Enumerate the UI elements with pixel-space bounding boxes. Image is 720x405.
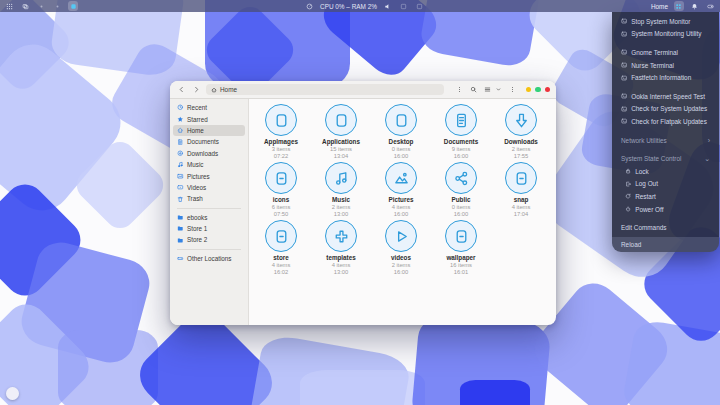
menu-item-label: Check for Flatpak Updates bbox=[631, 118, 707, 125]
sidebar-item-other-locations[interactable]: Other Locations bbox=[173, 253, 245, 264]
menu-item-label: Log Out bbox=[635, 180, 658, 187]
folder-item-templates[interactable]: templates4 items13:00 bbox=[312, 220, 370, 278]
sidebar-item-pictures[interactable]: Pictures bbox=[173, 170, 245, 181]
menu-item-label: Check for System Updates bbox=[631, 105, 707, 112]
sidebar-item-music[interactable]: Music bbox=[173, 159, 245, 170]
taskbar-dot-icon[interactable] bbox=[52, 1, 62, 11]
menu-item-lock[interactable]: Lock bbox=[612, 165, 719, 178]
sidebar: RecentStarredHomeDocumentsDownloadsMusic… bbox=[170, 99, 249, 325]
folder-item-applications[interactable]: Applications15 items13:04 bbox=[312, 104, 370, 162]
folder-item-public[interactable]: Public0 items16:00 bbox=[432, 162, 490, 220]
panel-center[interactable]: CPU 0% – RAM 2% bbox=[304, 1, 425, 11]
menu-item-nurse-terminal[interactable]: Nurse Terminal bbox=[612, 59, 719, 72]
minimize-button[interactable] bbox=[526, 87, 532, 93]
sidebar-item-recent[interactable]: Recent bbox=[173, 102, 245, 113]
folder-item-appimages[interactable]: AppImages3 items07:22 bbox=[252, 104, 310, 162]
desktop-widget-circle[interactable] bbox=[6, 387, 19, 400]
apps-grid-icon[interactable] bbox=[4, 1, 14, 11]
menu-item-log-out[interactable]: Log Out bbox=[612, 178, 719, 191]
folder-mtime: 16:00 bbox=[392, 153, 411, 160]
menu-item-check-for-system-updates[interactable]: Check for System Updates bbox=[612, 103, 719, 116]
submenu-arrow-icon: ⌄ bbox=[704, 155, 710, 162]
terminal-icon bbox=[621, 31, 627, 37]
sidebar-item-label: Starred bbox=[187, 116, 208, 123]
quick-settings-icon[interactable] bbox=[706, 1, 716, 11]
sidebar-item-videos[interactable]: Videos bbox=[173, 182, 245, 193]
sidebar-item-label: Videos bbox=[187, 184, 206, 191]
terminal-icon bbox=[621, 118, 627, 124]
folder-item-pictures[interactable]: Pictures4 items16:00 bbox=[372, 162, 430, 220]
view-toggle-button[interactable] bbox=[482, 84, 504, 95]
menu-item-gnome-terminal[interactable]: Gnome Terminal bbox=[612, 46, 719, 59]
bell-icon[interactable] bbox=[690, 1, 700, 11]
menu-item-reload[interactable]: Reload bbox=[612, 237, 719, 252]
star-icon bbox=[177, 116, 184, 123]
folder-name: Applications bbox=[322, 138, 360, 146]
folder-item-wallpaper[interactable]: wallpaper16 items16:01 bbox=[432, 220, 490, 278]
folder-icon bbox=[265, 162, 297, 194]
speaker-icon[interactable] bbox=[383, 1, 393, 11]
sidebar-item-downloads[interactable]: Downloads bbox=[173, 148, 245, 159]
menu-item-stop-system-monitor[interactable]: Stop System Monitor bbox=[612, 15, 719, 28]
menu-item-system-monitoring-utility[interactable]: System Monitoring Utility bbox=[612, 28, 719, 41]
folder-item-music[interactable]: Music2 items13:00 bbox=[312, 162, 370, 220]
folder-item-store[interactable]: store4 items16:02 bbox=[252, 220, 310, 278]
sidebar-item-store-2[interactable]: Store 2 bbox=[173, 234, 245, 245]
search-icon[interactable] bbox=[468, 84, 479, 95]
menu-item-edit-commands[interactable]: Edit Commands bbox=[612, 221, 719, 234]
path-bar[interactable]: Home bbox=[206, 84, 444, 95]
command-dropdown-menu: Stop System MonitorSystem Monitoring Uti… bbox=[612, 12, 719, 252]
menu-grid-icon[interactable] bbox=[674, 1, 684, 11]
sidebar-item-home[interactable]: Home bbox=[173, 125, 245, 136]
sidebar-item-starred[interactable]: Starred bbox=[173, 113, 245, 124]
windows-stack-icon[interactable] bbox=[20, 1, 30, 11]
sidebar-item-label: Store 2 bbox=[187, 236, 207, 243]
folder-item-count: 0 items bbox=[392, 146, 411, 153]
folder-item-downloads[interactable]: Downloads2 items17:55 bbox=[492, 104, 550, 162]
sidebar-item-trash[interactable]: Trash bbox=[173, 193, 245, 204]
forward-button[interactable] bbox=[191, 84, 202, 95]
window-body: RecentStarredHomeDocumentsDownloadsMusic… bbox=[170, 99, 556, 325]
menu-item-system-state-control[interactable]: System State Control⌄ bbox=[612, 152, 719, 165]
menu-item-check-for-flatpak-updates[interactable]: Check for Flatpak Updates bbox=[612, 115, 719, 128]
back-button[interactable] bbox=[176, 84, 187, 95]
top-panel: CPU 0% – RAM 2% Home bbox=[0, 0, 720, 12]
main-menu-kebab-icon[interactable] bbox=[507, 84, 518, 95]
folder-item-documents[interactable]: Documents9 items16:00 bbox=[432, 104, 490, 162]
menu-item-restart[interactable]: Restart bbox=[612, 190, 719, 203]
folder-item-snap[interactable]: snap4 items17:04 bbox=[492, 162, 550, 220]
files-window: Home RecentStarredHomeDocumentsDownloads… bbox=[170, 81, 556, 325]
folder-meta: 6 items07:50 bbox=[272, 204, 291, 218]
sidebar-separator bbox=[177, 208, 241, 209]
folder-item-desktop[interactable]: Desktop0 items16:00 bbox=[372, 104, 430, 162]
folder-meta: 15 items13:04 bbox=[330, 146, 352, 160]
sidebar-item-documents[interactable]: Documents bbox=[173, 136, 245, 147]
window-controls bbox=[526, 87, 551, 93]
folder-icon bbox=[385, 220, 417, 252]
close-button[interactable] bbox=[545, 87, 551, 93]
menu-item-fastfetch-information[interactable]: Fastfetch Information bbox=[612, 71, 719, 84]
home-icon bbox=[211, 87, 217, 93]
maximize-button[interactable] bbox=[535, 87, 541, 93]
taskbar-dot-icon[interactable] bbox=[36, 1, 46, 11]
menu-item-ookla-internet-speed-test[interactable]: Ookla Internet Speed Test bbox=[612, 90, 719, 103]
folder-name: Music bbox=[332, 196, 350, 204]
tray-app-icon[interactable] bbox=[399, 1, 409, 11]
folder-mtime: 17:55 bbox=[512, 153, 531, 160]
sidebar-item-store-1[interactable]: Store 1 bbox=[173, 223, 245, 234]
folder-icon bbox=[177, 237, 184, 244]
menu-item-network-utilities[interactable]: Network Utilities› bbox=[612, 134, 719, 147]
folder-meta: 16 items16:01 bbox=[450, 262, 472, 276]
lock-icon bbox=[625, 168, 631, 174]
menu-item-power-off[interactable]: Power Off bbox=[612, 203, 719, 216]
folder-item-icons[interactable]: icons6 items07:50 bbox=[252, 162, 310, 220]
sidebar-item-label: Store 1 bbox=[187, 225, 207, 232]
files-app-icon[interactable] bbox=[68, 1, 78, 11]
tray-app-icon[interactable] bbox=[415, 1, 425, 11]
folder-item-count: 2 items bbox=[332, 204, 351, 211]
folder-icon bbox=[325, 220, 357, 252]
recent-icon bbox=[177, 104, 184, 111]
folder-item-videos[interactable]: videos2 items16:00 bbox=[372, 220, 430, 278]
path-options-kebab-icon[interactable] bbox=[454, 84, 465, 95]
sidebar-item-ebooks[interactable]: ebooks bbox=[173, 212, 245, 223]
